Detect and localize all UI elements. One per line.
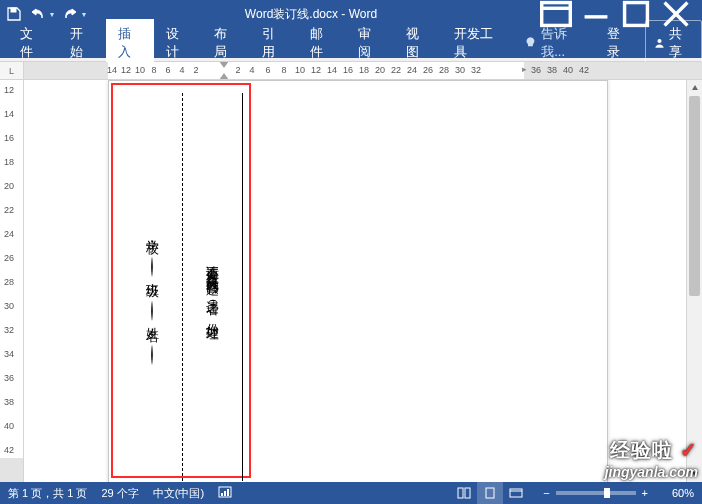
ribbon-tabs: 文件 开始 插入 设计 布局 引用 邮件 审阅 视图 开发工具 告诉我... 登… (0, 28, 702, 58)
ruler-tick: 38 (547, 65, 557, 75)
ruler-tick: 14 (4, 109, 14, 119)
ruler-tick: 8 (151, 65, 156, 75)
tab-selector[interactable]: L (0, 62, 24, 79)
svg-rect-9 (221, 493, 223, 496)
ruler-tick: 12 (4, 85, 14, 95)
zoom-slider-thumb[interactable] (604, 488, 610, 498)
zoom-in-icon[interactable]: + (642, 487, 648, 499)
ruler-tick: 4 (249, 65, 254, 75)
share-label: 共享 (669, 25, 693, 61)
tab-layout[interactable]: 布局 (202, 19, 250, 67)
undo-dropdown-icon[interactable]: ▾ (50, 10, 54, 19)
ruler-tick: 32 (4, 325, 14, 335)
ruler-tick: 32 (471, 65, 481, 75)
ruler-tick: 12 (311, 65, 321, 75)
svg-rect-10 (224, 491, 226, 496)
tab-references[interactable]: 引用 (250, 19, 298, 67)
first-line-indent-marker[interactable] (219, 62, 229, 68)
horizontal-ruler[interactable]: 14 12 10 8 6 4 2 2 4 6 8 10 12 14 16 18 … (24, 62, 702, 79)
ruler-tick: 16 (4, 133, 14, 143)
ruler-tick: 38 (4, 397, 14, 407)
ruler-tick: 24 (407, 65, 417, 75)
tab-view[interactable]: 视图 (394, 19, 442, 67)
tell-me-search[interactable]: 告诉我... (514, 19, 597, 67)
workspace: 12 14 16 18 20 22 24 26 28 30 32 34 36 3… (0, 80, 702, 482)
watermark-url: jingyanla.com (605, 464, 698, 480)
solid-separator (242, 93, 243, 481)
ruler-tick: 28 (439, 65, 449, 75)
zoom-controls: − + 60% (543, 487, 694, 499)
ruler-tick: 40 (4, 421, 14, 431)
document-area[interactable]: 学校：＿＿＿＿＿ 班级：＿＿＿＿＿ 姓名：＿＿＿＿＿ 请不要在装订线内答题，违者… (24, 80, 686, 482)
ruler-tick: 28 (4, 277, 14, 287)
tab-home[interactable]: 开始 (58, 19, 106, 67)
right-indent-marker[interactable]: ▸ (522, 64, 527, 74)
sign-in-link[interactable]: 登录 (597, 19, 641, 67)
gutter-col-notice: 请不要在装订线内答题，违者 0 份处理 (183, 89, 242, 482)
print-layout-icon[interactable] (477, 482, 503, 504)
status-macro-icon[interactable] (218, 486, 232, 500)
ruler-tick: 10 (135, 65, 145, 75)
ruler-tick: 18 (4, 157, 14, 167)
ruler-tick: 42 (4, 445, 14, 455)
ruler-tick: 22 (4, 205, 14, 215)
watermark: 经验啦 ✓ jingyanla.com (605, 437, 698, 480)
web-layout-icon[interactable] (503, 482, 529, 504)
gutter-notice-text: 请不要在装订线内答题，违者 0 份处理 (204, 255, 222, 319)
tab-design[interactable]: 设计 (154, 19, 202, 67)
ruler-tick: 30 (4, 301, 14, 311)
zoom-out-icon[interactable]: − (543, 487, 549, 499)
status-word-count[interactable]: 29 个字 (101, 486, 138, 501)
svg-rect-13 (465, 488, 470, 498)
ruler-tick: 36 (4, 373, 14, 383)
vertical-ruler[interactable]: 12 14 16 18 20 22 24 26 28 30 32 34 36 3… (0, 80, 24, 482)
zoom-slider[interactable] (556, 491, 636, 495)
ruler-tick: 14 (107, 65, 117, 75)
binding-gutter: 学校：＿＿＿＿＿ 班级：＿＿＿＿＿ 姓名：＿＿＿＿＿ 请不要在装订线内答题，违者… (123, 89, 243, 482)
tab-insert[interactable]: 插入 (106, 19, 154, 67)
svg-rect-14 (486, 488, 494, 498)
ruler-tick: 34 (4, 349, 14, 359)
vertical-scrollbar[interactable] (686, 80, 702, 482)
check-icon: ✓ (680, 439, 698, 461)
ruler-tick: 6 (165, 65, 170, 75)
ruler-tick: 26 (423, 65, 433, 75)
left-indent-marker[interactable] (219, 73, 229, 79)
page[interactable]: 学校：＿＿＿＿＿ 班级：＿＿＿＿＿ 姓名：＿＿＿＿＿ 请不要在装订线内答题，违者… (108, 80, 608, 482)
ruler-tick: 42 (579, 65, 589, 75)
svg-point-7 (658, 39, 662, 43)
tab-review[interactable]: 审阅 (346, 19, 394, 67)
svg-rect-11 (227, 489, 229, 496)
ruler-tick: 8 (281, 65, 286, 75)
ruler-tick: 22 (391, 65, 401, 75)
tell-me-label: 告诉我... (541, 25, 587, 61)
status-page[interactable]: 第 1 页，共 1 页 (8, 486, 87, 501)
gutter-col-info: 学校：＿＿＿＿＿ 班级：＿＿＿＿＿ 姓名：＿＿＿＿＿ (123, 89, 182, 482)
scroll-up-icon[interactable] (687, 80, 702, 96)
share-button[interactable]: 共享 (645, 20, 702, 66)
tab-file[interactable]: 文件 (6, 19, 58, 67)
ruler-tick: 30 (455, 65, 465, 75)
watermark-brand: 经验啦 (610, 439, 673, 461)
ruler-tick: 10 (295, 65, 305, 75)
ruler-tick: 16 (343, 65, 353, 75)
tab-mailings[interactable]: 邮件 (298, 19, 346, 67)
ruler-tick: 24 (4, 229, 14, 239)
zoom-percent[interactable]: 60% (654, 487, 694, 499)
status-language[interactable]: 中文(中国) (153, 486, 204, 501)
read-mode-icon[interactable] (451, 482, 477, 504)
ruler-tick: 18 (359, 65, 369, 75)
ruler-tick: 26 (4, 253, 14, 263)
status-bar: 第 1 页，共 1 页 29 个字 中文(中国) − + 60% (0, 482, 702, 504)
person-icon (654, 37, 665, 49)
scroll-thumb[interactable] (689, 96, 700, 296)
svg-rect-0 (11, 8, 16, 12)
ruler-tick: 20 (4, 181, 14, 191)
ruler-row: L 14 12 10 8 6 4 2 2 4 6 8 10 12 14 16 1… (0, 62, 702, 80)
svg-rect-12 (458, 488, 463, 498)
ruler-tick: 14 (327, 65, 337, 75)
tab-developer[interactable]: 开发工具 (442, 19, 514, 67)
svg-rect-15 (510, 489, 522, 497)
ruler-tick: 20 (375, 65, 385, 75)
scroll-track[interactable] (687, 96, 702, 466)
